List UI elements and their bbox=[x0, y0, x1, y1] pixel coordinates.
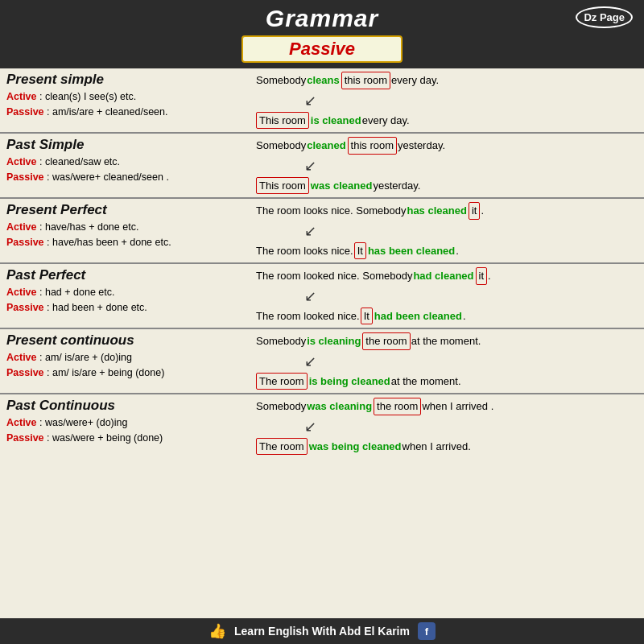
thumb-icon: 👍 bbox=[208, 622, 226, 640]
active-example: Somebody cleaned this room yesterday. bbox=[256, 137, 638, 155]
passive-rule-text: was/were + being (done) bbox=[52, 432, 163, 444]
active-rule-text: cleaned/saw etc. bbox=[45, 156, 120, 167]
text: yesterday. bbox=[398, 138, 445, 154]
passive-rule: Passive : am/ is/are + being (done) bbox=[6, 365, 251, 381]
active-label: Active bbox=[6, 417, 37, 428]
boxed-word: the room bbox=[362, 332, 410, 350]
passive-example: The room looks nice. It has been cleaned… bbox=[256, 242, 638, 260]
section-past-simple: Past Simple Active : cleaned/saw etc. Pa… bbox=[0, 134, 644, 199]
active-rule: Active : was/were+ (do)ing bbox=[6, 415, 251, 431]
text: every day. bbox=[391, 72, 439, 89]
section-title: Present simple bbox=[6, 72, 251, 88]
green-word: had been cleaned bbox=[374, 308, 462, 324]
text: The room looked nice. bbox=[256, 308, 360, 324]
passive-label: Passive bbox=[6, 432, 44, 444]
green-word: is being cleaned bbox=[309, 374, 390, 390]
active-example: Somebody is cleaning the room at the mom… bbox=[256, 332, 638, 350]
arrow: ↙ bbox=[304, 353, 638, 370]
green-word: was cleaned bbox=[311, 178, 373, 194]
left-col: Past Simple Active : cleaned/saw etc. Pa… bbox=[6, 137, 256, 194]
green-word: cleans bbox=[307, 72, 339, 89]
passive-rule-text: have/has been + done etc. bbox=[52, 237, 171, 248]
arrow: ↙ bbox=[304, 222, 638, 240]
passive-rule-text: had been + done etc. bbox=[52, 302, 147, 313]
boxed-word: The room bbox=[256, 373, 308, 390]
passive-example: The room was being cleaned when I arrive… bbox=[256, 438, 638, 456]
active-rule-text: had + done etc. bbox=[45, 287, 115, 298]
text: Somebody bbox=[256, 72, 306, 89]
active-rule: Active : am/ is/are + (do)ing bbox=[6, 350, 251, 365]
right-col: The room looks nice. Somebody has cleane… bbox=[256, 202, 638, 259]
active-example: Somebody was cleaning the room when I ar… bbox=[256, 398, 638, 415]
active-example: The room looked nice. Somebody had clean… bbox=[256, 267, 638, 285]
active-label: Active bbox=[6, 221, 37, 233]
boxed-word: it bbox=[476, 267, 488, 285]
header: Grammar Dz Page Passive bbox=[0, 0, 644, 68]
right-col: The room looked nice. Somebody had clean… bbox=[256, 267, 638, 324]
text: when I arrived . bbox=[422, 398, 493, 415]
content: Present simple Active : clean(s) I see(s… bbox=[0, 68, 644, 618]
passive-label: Passive bbox=[6, 171, 44, 183]
section-past-perfect: Past Perfect Active : had + done etc. Pa… bbox=[0, 264, 644, 329]
arrow: ↙ bbox=[304, 157, 638, 175]
text: . bbox=[481, 203, 484, 219]
left-col: Present simple Active : clean(s) I see(s… bbox=[6, 72, 256, 129]
left-col: Past Continuous Active : was/were+ (do)i… bbox=[6, 398, 256, 455]
right-col: Somebody is cleaning the room at the mom… bbox=[256, 332, 638, 390]
passive-rule: Passive : was/were+ cleaned/seen . bbox=[6, 170, 251, 185]
passive-label: Passive bbox=[6, 237, 44, 248]
passive-rule-text: am/is/are + cleaned/seen. bbox=[52, 106, 168, 118]
active-rule-text: am/ is/are + (do)ing bbox=[45, 352, 132, 363]
page-title: Grammar bbox=[0, 5, 644, 32]
section-present-simple: Present simple Active : clean(s) I see(s… bbox=[0, 68, 644, 134]
text: yesterday. bbox=[373, 178, 420, 194]
boxed-word: this room bbox=[348, 137, 397, 155]
passive-example: The room is being cleaned at the moment. bbox=[256, 373, 638, 390]
arrow: ↙ bbox=[304, 418, 638, 436]
active-label: Active bbox=[6, 352, 37, 363]
green-word: is cleaned bbox=[311, 113, 361, 129]
green-word: was being cleaned bbox=[309, 439, 402, 455]
boxed-word: It bbox=[361, 308, 373, 325]
section-title: Past Simple bbox=[6, 137, 251, 153]
left-col: Past Perfect Active : had + done etc. Pa… bbox=[6, 267, 256, 324]
page: Grammar Dz Page Passive Present simple A… bbox=[0, 0, 644, 644]
text: Somebody bbox=[256, 398, 306, 415]
text: The room looked nice. Somebody bbox=[256, 268, 412, 284]
text: Somebody bbox=[256, 333, 306, 349]
active-rule: Active : had + done etc. bbox=[6, 285, 251, 300]
text: . bbox=[456, 243, 459, 259]
footer-text: Learn English With Abd El Karim bbox=[234, 625, 410, 638]
active-example: The room looks nice. Somebody has cleane… bbox=[256, 202, 638, 220]
passive-example: The room looked nice. It had been cleane… bbox=[256, 308, 638, 325]
passive-rule: Passive : am/is/are + cleaned/seen. bbox=[6, 105, 251, 120]
passive-rule: Passive : have/has been + done etc. bbox=[6, 235, 251, 250]
text: when I arrived. bbox=[402, 439, 471, 455]
section-present-continuous: Present continuous Active : am/ is/are +… bbox=[0, 329, 644, 394]
active-label: Active bbox=[6, 91, 37, 102]
section-past-continuous: Past Continuous Active : was/were+ (do)i… bbox=[0, 394, 644, 458]
green-word: was cleaning bbox=[307, 398, 372, 415]
left-col: Present continuous Active : am/ is/are +… bbox=[6, 332, 256, 390]
active-rule: Active : clean(s) I see(s) etc. bbox=[6, 89, 251, 105]
text: at the moment. bbox=[411, 333, 481, 349]
active-rule: Active : cleaned/saw etc. bbox=[6, 155, 251, 170]
boxed-word: This room bbox=[256, 177, 309, 195]
arrow: ↙ bbox=[304, 287, 638, 305]
active-rule: Active : have/has + done etc. bbox=[6, 220, 251, 235]
green-word: cleaned bbox=[307, 138, 345, 154]
text: Somebody bbox=[256, 138, 306, 154]
passive-rule: Passive : was/were + being (done) bbox=[6, 431, 251, 446]
boxed-word: the room bbox=[374, 398, 421, 415]
passive-label: Passive bbox=[6, 367, 44, 378]
green-word: has cleaned bbox=[407, 203, 466, 219]
text: The room looks nice. bbox=[256, 243, 353, 259]
boxed-word: This room bbox=[256, 112, 309, 130]
green-word: is cleaning bbox=[307, 333, 361, 349]
passive-label: Passive bbox=[289, 39, 355, 59]
section-title: Past Perfect bbox=[6, 267, 251, 283]
arrow: ↙ bbox=[304, 92, 638, 109]
boxed-word: it bbox=[469, 202, 481, 220]
dz-badge: Dz Page bbox=[576, 6, 633, 28]
passive-label: Passive bbox=[6, 106, 44, 118]
